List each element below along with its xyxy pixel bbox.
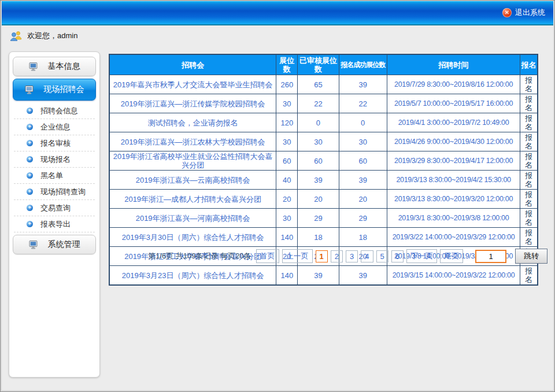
success-count: 30 (339, 132, 387, 151)
booth-count: 140 (276, 266, 298, 286)
fair-name-link[interactable]: 2019年浙江嘉兴—河南高校招聘会 (109, 209, 276, 228)
logout-label: 退出系统 (515, 8, 545, 18)
booth-count: 30 (276, 94, 298, 113)
fair-name-link[interactable]: 2019年3月30日（周六）综合性人才招聘会 (109, 228, 276, 247)
sidebar: 基本信息 现场招聘会 招聘会信息 企业信息 (9, 51, 100, 378)
recruit-time: 2019/4/1 3:00:00~2019/7/2 10:49:00 (387, 113, 520, 132)
sidebar-submenu-item[interactable]: 现场报名 (14, 151, 95, 168)
recruit-time: 2019/3/13 8:30:00~2019/3/20 12:00:00 (387, 190, 520, 209)
plus-circle-icon (27, 221, 33, 227)
fair-name-link[interactable]: 2019年浙江—成都人才招聘大会嘉兴分团 (109, 190, 276, 209)
close-circle-icon: ✕ (502, 8, 512, 17)
table-header-row: 招聘会 展位数 已审核展位数 报名成功展位数 招聘时间 报名 (109, 54, 538, 75)
jump-button[interactable]: 跳转 (515, 249, 547, 264)
approved-count: 30 (298, 132, 339, 151)
signup-link[interactable]: 报名 (520, 190, 538, 209)
sidebar-group-label: 现场招聘会 (44, 84, 84, 95)
table-row: 2019年3月30日（周六）综合性人才招聘会 140 18 18 2019/3/… (109, 228, 538, 247)
last-page-button[interactable]: 尾页 (440, 249, 463, 263)
table-row: 测试招聘会，企业请勿报名 120 0 0 2019/4/1 3:00:00~20… (109, 113, 538, 132)
prev-page-button[interactable]: 上一页 (282, 249, 313, 263)
signup-link[interactable]: 报名 (520, 209, 538, 228)
sidebar-submenu-label: 招聘会信息 (40, 106, 78, 116)
fair-name-link[interactable]: 2019年浙江嘉兴—浙江传媒学院校园招聘会 (109, 94, 276, 113)
page-number-button[interactable]: 1 (316, 250, 328, 262)
signup-link[interactable]: 报名 (520, 151, 538, 171)
sidebar-submenu-item[interactable]: 报表导出 (14, 216, 95, 232)
page-number-button[interactable]: 2 (331, 250, 343, 262)
fair-name-link[interactable]: 2019年3月23日（周六）综合性人才招聘会 (109, 266, 276, 286)
table-row: 2019年浙江省高校毕业生就业公益性招聘大会嘉兴分团 60 60 60 2019… (109, 151, 538, 171)
page-number-button[interactable]: 3 (346, 250, 358, 262)
sidebar-group-system-mgmt[interactable]: 系统管理 (13, 235, 96, 254)
table-row: 2019年嘉兴市秋季人才交流大会暨毕业生招聘会 260 65 39 2019/7… (109, 75, 538, 94)
recruit-time: 2019/3/15 14:00:00~2019/3/22 12:00:00 (387, 266, 520, 286)
signup-link[interactable]: 报名 (520, 266, 538, 286)
col-header-booths: 展位数 (276, 54, 298, 75)
fair-name-link[interactable]: 2019年嘉兴市秋季人才交流大会暨毕业生招聘会 (109, 75, 276, 94)
booth-count: 140 (276, 228, 298, 247)
signup-link[interactable]: 报名 (520, 75, 538, 94)
sidebar-group-basic-info[interactable]: 基本信息 (13, 57, 96, 76)
approved-count: 20 (298, 190, 339, 209)
plus-circle-icon (27, 140, 33, 146)
sidebar-submenu-item[interactable]: 现场招聘查询 (14, 184, 95, 200)
table-row: 2019年浙江—成都人才招聘大会嘉兴分团 20 20 20 2019/3/13 … (109, 190, 538, 209)
fair-name-link[interactable]: 2019年浙江省高校毕业生就业公益性招聘大会嘉兴分团 (109, 151, 276, 171)
signup-link[interactable]: 报名 (520, 94, 538, 113)
success-count: 60 (339, 151, 387, 171)
table-row: 2019年浙江嘉兴—云南高校招聘会 40 39 39 2019/3/13 8:3… (109, 171, 538, 190)
fair-name-link[interactable]: 2019年浙江嘉兴—浙江农林大学校园招聘会 (109, 132, 276, 151)
monitor-icon (29, 241, 39, 249)
plus-circle-icon (27, 172, 33, 179)
signup-link[interactable]: 报名 (520, 171, 538, 190)
col-header-fair: 招聘会 (109, 54, 276, 75)
first-page-button[interactable]: 首页 (256, 249, 279, 263)
sidebar-submenu-item[interactable]: 交易查询 (14, 200, 95, 216)
logout-button[interactable]: ✕ 退出系统 (502, 8, 545, 18)
page-numbers: 1 2 3 4 5 6 (316, 250, 404, 262)
sidebar-submenu-item[interactable]: 黑名单 (14, 168, 95, 184)
signup-link[interactable]: 报名 (520, 228, 538, 247)
booth-count: 30 (276, 209, 298, 228)
table-row: 2019年浙江嘉兴—浙江传媒学院校园招聘会 30 22 22 2019/5/7 … (109, 94, 538, 113)
sidebar-submenu-item[interactable]: 企业信息 (14, 119, 95, 135)
monitor-icon (29, 62, 39, 71)
booth-count: 20 (276, 190, 298, 209)
users-icon (10, 31, 23, 41)
welcome-text: 欢迎您，admin (27, 31, 77, 41)
fair-name-link[interactable]: 2019年浙江嘉兴—云南高校招聘会 (109, 171, 276, 190)
recruit-time: 2019/7/29 8:30:00~2019/8/16 12:00:00 (387, 75, 520, 94)
success-count: 39 (339, 171, 387, 190)
sidebar-submenu-item[interactable]: 招聘会信息 (14, 103, 95, 119)
approved-count: 60 (298, 151, 339, 171)
approved-count: 39 (298, 171, 339, 190)
plus-circle-icon (27, 108, 33, 114)
recruit-time: 2019/5/7 10:00:00~2019/5/17 16:00:00 (387, 94, 520, 113)
next-page-button[interactable]: 下一页 (406, 249, 437, 263)
page-number-button[interactable]: 5 (376, 250, 388, 262)
approved-count: 29 (298, 209, 339, 228)
table-row: 2019年浙江嘉兴—河南高校招聘会 30 29 29 2019/3/1 8:30… (109, 209, 538, 228)
plus-circle-icon (27, 156, 33, 162)
sidebar-submenu-item[interactable]: 报名审核 (14, 135, 95, 151)
welcome-bar: 欢迎您，admin (10, 31, 77, 41)
booth-count: 260 (276, 75, 298, 94)
jump-page-input[interactable] (475, 250, 506, 263)
col-header-success: 报名成功展位数 (339, 54, 387, 75)
success-count: 22 (339, 94, 387, 113)
success-count: 20 (339, 190, 387, 209)
page-number-button[interactable]: 4 (361, 250, 373, 262)
monitor-icon (25, 86, 35, 94)
signup-link[interactable]: 报名 (520, 132, 538, 151)
sidebar-group-onsite-fair[interactable]: 现场招聘会 (13, 79, 96, 101)
page-number-button[interactable]: 6 (391, 250, 404, 262)
sidebar-group-label: 基本信息 (48, 61, 80, 72)
plus-circle-icon (27, 188, 33, 195)
signup-link[interactable]: 报名 (520, 113, 538, 132)
col-header-action: 报名 (520, 54, 538, 75)
approved-count: 22 (298, 94, 339, 113)
fair-name-link[interactable]: 测试招聘会，企业请勿报名 (109, 113, 276, 132)
table-row: 2019年3月23日（周六）综合性人才招聘会 140 39 39 2019/3/… (109, 266, 538, 286)
success-count: 39 (339, 266, 387, 286)
